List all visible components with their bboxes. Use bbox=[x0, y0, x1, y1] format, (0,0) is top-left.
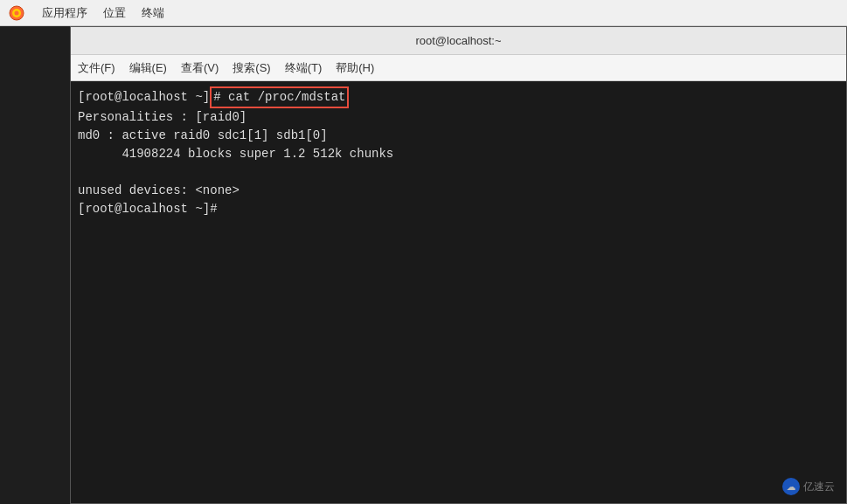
menu-edit[interactable]: 编辑(E) bbox=[129, 60, 167, 76]
cmd-line-2: [root@localhost ~]# bbox=[78, 200, 839, 218]
cmd-highlight-1: # cat /proc/mdstat bbox=[210, 86, 349, 108]
output-line-2: md0 : active raid0 sdc1[1] sdb1[0] bbox=[78, 127, 839, 145]
menu-terminal[interactable]: 终端 bbox=[142, 5, 164, 21]
menu-search[interactable]: 搜索(S) bbox=[233, 60, 270, 76]
terminal-titlebar: root@localhost:~ bbox=[71, 27, 846, 55]
watermark: ☁ 亿速云 bbox=[782, 478, 835, 495]
output-line-5: unused devices: <none> bbox=[78, 182, 839, 200]
menu-file[interactable]: 文件(F) bbox=[78, 60, 115, 76]
menu-view[interactable]: 查看(V) bbox=[181, 60, 219, 76]
terminal-content[interactable]: [root@localhost ~] # cat /proc/mdstat Pe… bbox=[71, 81, 846, 503]
output-line-1: Personalities : [raid0] bbox=[78, 108, 839, 127]
output-line-3: 41908224 blocks super 1.2 512k chunks bbox=[78, 145, 839, 163]
menu-apps[interactable]: 应用程序 bbox=[42, 5, 87, 21]
cmd-line-1: [root@localhost ~] # cat /proc/mdstat bbox=[78, 86, 839, 108]
menu-terminal-item[interactable]: 终端(T) bbox=[285, 60, 323, 76]
terminal-title: root@localhost:~ bbox=[415, 34, 501, 47]
prompt-2: [root@localhost ~]# bbox=[78, 200, 225, 218]
terminal-menubar[interactable]: 文件(F) 编辑(E) 查看(V) 搜索(S) 终端(T) 帮助(H) bbox=[71, 55, 846, 81]
watermark-icon: ☁ bbox=[782, 478, 800, 495]
watermark-text: 亿速云 bbox=[803, 480, 835, 494]
prompt-1: [root@localhost ~] bbox=[78, 88, 210, 107]
system-bar: 应用程序 位置 终端 bbox=[0, 0, 847, 26]
menu-location[interactable]: 位置 bbox=[103, 5, 126, 21]
system-menu[interactable]: 应用程序 位置 终端 bbox=[42, 5, 164, 21]
svg-point-2 bbox=[15, 10, 19, 15]
menu-help[interactable]: 帮助(H) bbox=[336, 60, 374, 76]
system-logo bbox=[9, 5, 24, 21]
output-line-4 bbox=[78, 163, 839, 182]
terminal-window: root@localhost:~ 文件(F) 编辑(E) 查看(V) 搜索(S)… bbox=[70, 26, 847, 504]
left-panel bbox=[0, 26, 70, 504]
